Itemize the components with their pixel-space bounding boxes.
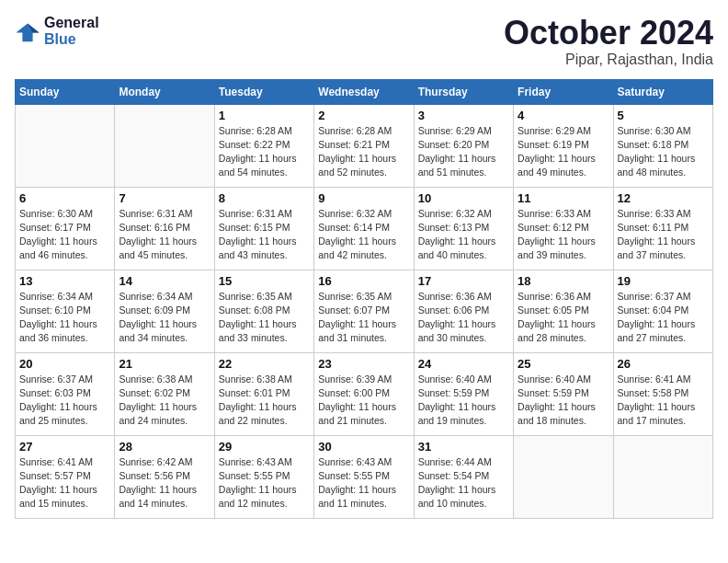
calendar-cell: 3Sunrise: 6:29 AM Sunset: 6:20 PM Daylig… [414, 104, 513, 187]
day-number: 1 [219, 109, 310, 122]
day-number: 17 [418, 274, 509, 288]
title-block: October 2024 Pipar, Rajasthan, India [504, 15, 713, 68]
day-number: 20 [19, 357, 110, 371]
day-number: 14 [119, 274, 210, 288]
calendar-cell: 2Sunrise: 6:28 AM Sunset: 6:21 PM Daylig… [314, 104, 414, 187]
calendar-cell: 25Sunrise: 6:40 AM Sunset: 5:59 PM Dayli… [514, 352, 613, 435]
calendar-cell: 14Sunrise: 6:34 AM Sunset: 6:09 PM Dayli… [115, 270, 214, 352]
weekday-header-sunday: Sunday [16, 79, 115, 104]
calendar-table: SundayMondayTuesdayWednesdayThursdayFrid… [15, 79, 713, 519]
day-number: 4 [518, 109, 609, 122]
day-detail: Sunrise: 6:34 AM Sunset: 6:09 PM Dayligh… [119, 290, 210, 346]
calendar-week-4: 20Sunrise: 6:37 AM Sunset: 6:03 PM Dayli… [16, 352, 713, 435]
day-number: 9 [318, 191, 409, 205]
day-number: 10 [418, 191, 509, 205]
calendar-cell: 5Sunrise: 6:30 AM Sunset: 6:18 PM Daylig… [613, 104, 712, 187]
calendar-cell: 30Sunrise: 6:43 AM Sunset: 5:55 PM Dayli… [314, 435, 414, 518]
calendar-cell: 13Sunrise: 6:34 AM Sunset: 6:10 PM Dayli… [16, 270, 115, 352]
day-detail: Sunrise: 6:28 AM Sunset: 6:22 PM Dayligh… [219, 124, 310, 180]
weekday-header-tuesday: Tuesday [214, 79, 313, 104]
day-detail: Sunrise: 6:29 AM Sunset: 6:19 PM Dayligh… [518, 124, 609, 180]
day-number: 5 [618, 109, 709, 122]
calendar-cell: 22Sunrise: 6:38 AM Sunset: 6:01 PM Dayli… [214, 352, 313, 435]
calendar-cell: 1Sunrise: 6:28 AM Sunset: 6:22 PM Daylig… [214, 104, 313, 187]
calendar-week-2: 6Sunrise: 6:30 AM Sunset: 6:17 PM Daylig… [16, 187, 713, 270]
day-number: 6 [19, 191, 110, 205]
day-number: 13 [19, 274, 110, 288]
day-detail: Sunrise: 6:33 AM Sunset: 6:11 PM Dayligh… [618, 207, 709, 263]
day-detail: Sunrise: 6:44 AM Sunset: 5:54 PM Dayligh… [418, 455, 509, 511]
logo-text: General Blue [44, 15, 99, 48]
day-number: 31 [418, 440, 509, 454]
day-detail: Sunrise: 6:29 AM Sunset: 6:20 PM Dayligh… [418, 124, 509, 180]
day-detail: Sunrise: 6:36 AM Sunset: 6:05 PM Dayligh… [518, 290, 609, 346]
calendar-cell: 4Sunrise: 6:29 AM Sunset: 6:19 PM Daylig… [514, 104, 613, 187]
day-detail: Sunrise: 6:43 AM Sunset: 5:55 PM Dayligh… [318, 455, 409, 511]
day-detail: Sunrise: 6:38 AM Sunset: 6:01 PM Dayligh… [219, 373, 310, 429]
day-detail: Sunrise: 6:33 AM Sunset: 6:12 PM Dayligh… [518, 207, 609, 263]
day-detail: Sunrise: 6:32 AM Sunset: 6:14 PM Dayligh… [318, 207, 409, 263]
day-number: 18 [518, 274, 609, 288]
day-detail: Sunrise: 6:30 AM Sunset: 6:18 PM Dayligh… [618, 124, 709, 180]
day-number: 24 [418, 357, 509, 371]
calendar-cell: 20Sunrise: 6:37 AM Sunset: 6:03 PM Dayli… [16, 352, 115, 435]
page-header: General Blue October 2024 Pipar, Rajasth… [15, 15, 713, 68]
weekday-header-monday: Monday [115, 79, 214, 104]
day-detail: Sunrise: 6:41 AM Sunset: 5:58 PM Dayligh… [618, 373, 709, 429]
day-detail: Sunrise: 6:42 AM Sunset: 5:56 PM Dayligh… [119, 455, 210, 511]
day-number: 26 [618, 357, 709, 371]
day-number: 12 [618, 191, 709, 205]
day-number: 25 [518, 357, 609, 371]
calendar-cell: 8Sunrise: 6:31 AM Sunset: 6:15 PM Daylig… [214, 187, 313, 270]
day-detail: Sunrise: 6:35 AM Sunset: 6:08 PM Dayligh… [219, 290, 310, 346]
day-detail: Sunrise: 6:38 AM Sunset: 6:02 PM Dayligh… [119, 373, 210, 429]
day-number: 15 [219, 274, 310, 288]
weekday-header-thursday: Thursday [414, 79, 513, 104]
day-detail: Sunrise: 6:43 AM Sunset: 5:55 PM Dayligh… [219, 455, 310, 511]
calendar-cell: 29Sunrise: 6:43 AM Sunset: 5:55 PM Dayli… [214, 435, 313, 518]
day-number: 23 [318, 357, 409, 371]
weekday-header-friday: Friday [514, 79, 613, 104]
calendar-cell: 11Sunrise: 6:33 AM Sunset: 6:12 PM Dayli… [514, 187, 613, 270]
calendar-cell: 12Sunrise: 6:33 AM Sunset: 6:11 PM Dayli… [613, 187, 712, 270]
day-number: 27 [19, 440, 110, 454]
weekday-header-wednesday: Wednesday [314, 79, 414, 104]
calendar-cell [115, 104, 214, 187]
svg-marker-0 [16, 24, 39, 42]
day-number: 29 [219, 440, 310, 454]
calendar-cell: 17Sunrise: 6:36 AM Sunset: 6:06 PM Dayli… [414, 270, 513, 352]
calendar-cell [613, 435, 712, 518]
day-number: 16 [318, 274, 409, 288]
logo: General Blue [15, 15, 99, 48]
calendar-cell: 24Sunrise: 6:40 AM Sunset: 5:59 PM Dayli… [414, 352, 513, 435]
day-detail: Sunrise: 6:40 AM Sunset: 5:59 PM Dayligh… [418, 373, 509, 429]
calendar-cell: 19Sunrise: 6:37 AM Sunset: 6:04 PM Dayli… [613, 270, 712, 352]
calendar-cell: 21Sunrise: 6:38 AM Sunset: 6:02 PM Dayli… [115, 352, 214, 435]
location-subtitle: Pipar, Rajasthan, India [504, 52, 713, 68]
day-number: 2 [318, 109, 409, 122]
day-detail: Sunrise: 6:40 AM Sunset: 5:59 PM Dayligh… [518, 373, 609, 429]
day-detail: Sunrise: 6:28 AM Sunset: 6:21 PM Dayligh… [318, 124, 409, 180]
logo-icon [15, 18, 40, 44]
weekday-header-saturday: Saturday [613, 79, 712, 104]
day-number: 3 [418, 109, 509, 122]
day-number: 8 [219, 191, 310, 205]
month-title: October 2024 [504, 15, 713, 52]
calendar-cell: 6Sunrise: 6:30 AM Sunset: 6:17 PM Daylig… [16, 187, 115, 270]
calendar-cell: 7Sunrise: 6:31 AM Sunset: 6:16 PM Daylig… [115, 187, 214, 270]
day-number: 11 [518, 191, 609, 205]
calendar-cell: 28Sunrise: 6:42 AM Sunset: 5:56 PM Dayli… [115, 435, 214, 518]
calendar-cell: 27Sunrise: 6:41 AM Sunset: 5:57 PM Dayli… [16, 435, 115, 518]
day-detail: Sunrise: 6:36 AM Sunset: 6:06 PM Dayligh… [418, 290, 509, 346]
calendar-cell: 18Sunrise: 6:36 AM Sunset: 6:05 PM Dayli… [514, 270, 613, 352]
calendar-cell: 16Sunrise: 6:35 AM Sunset: 6:07 PM Dayli… [314, 270, 414, 352]
calendar-cell: 23Sunrise: 6:39 AM Sunset: 6:00 PM Dayli… [314, 352, 414, 435]
calendar-cell: 26Sunrise: 6:41 AM Sunset: 5:58 PM Dayli… [613, 352, 712, 435]
day-detail: Sunrise: 6:31 AM Sunset: 6:15 PM Dayligh… [219, 207, 310, 263]
day-number: 22 [219, 357, 310, 371]
day-number: 7 [119, 191, 210, 205]
calendar-cell [16, 104, 115, 187]
day-detail: Sunrise: 6:34 AM Sunset: 6:10 PM Dayligh… [19, 290, 110, 346]
day-detail: Sunrise: 6:31 AM Sunset: 6:16 PM Dayligh… [119, 207, 210, 263]
day-number: 28 [119, 440, 210, 454]
